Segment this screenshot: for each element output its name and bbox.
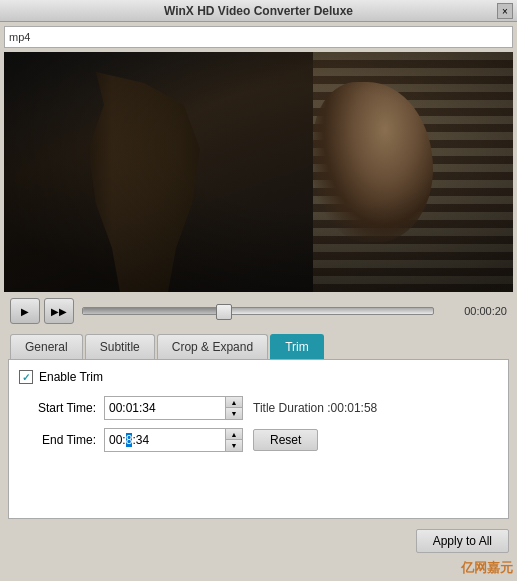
title-duration: Title Duration :00:01:58 — [253, 401, 377, 415]
end-time-after: :34 — [132, 433, 149, 447]
trim-content: Enable Trim Start Time: ▲ ▼ Title Durati… — [8, 359, 509, 519]
apply-to-all-button[interactable]: Apply to All — [416, 529, 509, 553]
time-display: 00:00:20 — [442, 305, 507, 317]
enable-trim-checkbox[interactable] — [19, 370, 33, 384]
end-time-label: End Time: — [19, 433, 104, 447]
end-time-down[interactable]: ▼ — [226, 440, 242, 451]
play-icon: ▶ — [21, 306, 29, 317]
playback-controls: ▶ ▶▶ 00:00:20 — [4, 292, 513, 330]
progress-track[interactable] — [82, 307, 434, 315]
start-time-input[interactable] — [105, 397, 225, 419]
end-time-display[interactable]: 00:8:34 — [105, 429, 225, 451]
file-path-bar: mp4 — [4, 26, 513, 48]
main-container: mp4 ▶ ▶▶ 00:00:20 General Subtitle — [0, 22, 517, 523]
close-button[interactable]: × — [497, 3, 513, 19]
tab-general[interactable]: General — [10, 334, 83, 359]
tab-subtitle-label: Subtitle — [100, 340, 140, 354]
progress-thumb[interactable] — [216, 304, 232, 320]
end-time-spinner: ▲ ▼ — [225, 429, 242, 451]
play-button[interactable]: ▶ — [10, 298, 40, 324]
start-time-group: ▲ ▼ — [104, 396, 243, 420]
enable-trim-row: Enable Trim — [19, 370, 498, 384]
end-time-row: End Time: 00:8:34 ▲ ▼ Reset — [19, 428, 498, 452]
enable-trim-label: Enable Trim — [39, 370, 103, 384]
file-path-text: mp4 — [9, 31, 30, 43]
video-preview — [4, 52, 513, 292]
tabs-container: General Subtitle Crop & Expand Trim — [4, 330, 513, 359]
dark-overlay — [4, 52, 513, 292]
start-time-down[interactable]: ▼ — [226, 408, 242, 419]
end-time-up[interactable]: ▲ — [226, 429, 242, 440]
video-scene — [4, 52, 513, 292]
tab-trim-label: Trim — [285, 340, 309, 354]
progress-fill — [83, 308, 223, 314]
skip-button[interactable]: ▶▶ — [44, 298, 74, 324]
end-time-selected: 8 — [126, 433, 133, 447]
tab-subtitle[interactable]: Subtitle — [85, 334, 155, 359]
title-bar: WinX HD Video Converter Deluxe × — [0, 0, 517, 22]
tab-trim[interactable]: Trim — [270, 334, 324, 359]
tab-crop-expand[interactable]: Crop & Expand — [157, 334, 268, 359]
start-time-row: Start Time: ▲ ▼ Title Duration :00:01:58 — [19, 396, 498, 420]
tab-general-label: General — [25, 340, 68, 354]
end-time-group: 00:8:34 ▲ ▼ — [104, 428, 243, 452]
skip-icon: ▶▶ — [51, 306, 67, 317]
start-time-spinner: ▲ ▼ — [225, 397, 242, 419]
app-title: WinX HD Video Converter Deluxe — [164, 4, 353, 18]
reset-button[interactable]: Reset — [253, 429, 318, 451]
watermark: 亿网嘉元 — [461, 559, 513, 577]
bottom-bar: Apply to All — [0, 523, 517, 559]
start-time-label: Start Time: — [19, 401, 104, 415]
start-time-up[interactable]: ▲ — [226, 397, 242, 408]
tab-crop-expand-label: Crop & Expand — [172, 340, 253, 354]
end-time-before: 00: — [109, 433, 126, 447]
